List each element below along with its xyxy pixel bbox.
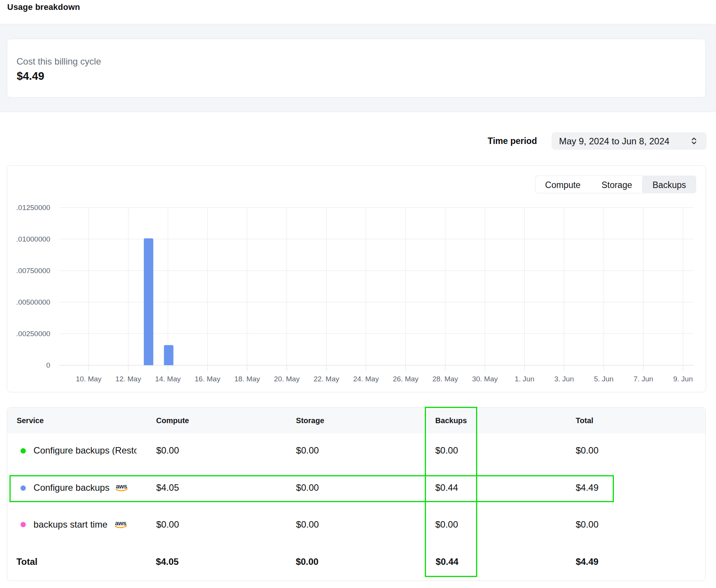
svg-text:aws: aws <box>115 520 126 526</box>
